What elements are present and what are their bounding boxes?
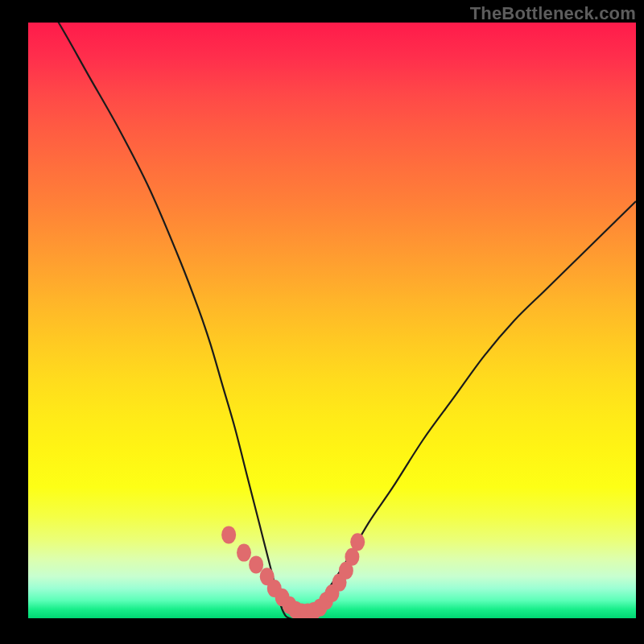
- bottleneck-curve-path: [28, 23, 636, 618]
- watermark-text: TheBottleneck.com: [470, 3, 636, 24]
- bottleneck-curve: [28, 23, 636, 618]
- highlight-dot: [221, 526, 236, 543]
- curve-layer: [28, 23, 636, 618]
- plot-area: [28, 23, 636, 618]
- highlight-dots: [221, 526, 365, 618]
- highlight-dot: [249, 555, 263, 573]
- highlight-dot: [350, 533, 365, 551]
- chart-frame: TheBottleneck.com: [0, 0, 644, 644]
- highlight-dot: [237, 544, 251, 562]
